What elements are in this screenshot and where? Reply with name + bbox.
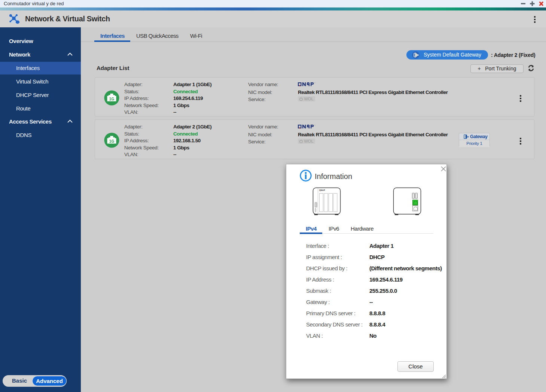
svg-text:QNAP: QNAP	[319, 189, 325, 191]
svg-text:1G: 1G	[109, 97, 115, 101]
svg-text:1G: 1G	[109, 139, 115, 143]
